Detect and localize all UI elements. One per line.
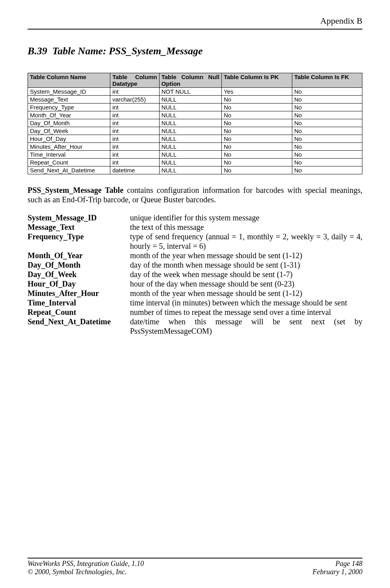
definition-term: Day_Of_Week <box>28 270 130 279</box>
table-row: Send_Next_At_DatetimedatetimeNULLNoNo <box>28 166 362 174</box>
table-cell: Hour_Of_Day <box>28 135 110 143</box>
definition-desc: unique identifier for this system messag… <box>130 213 362 222</box>
th-part: Null <box>208 74 219 80</box>
schema-table: Table Column Name TableColumn Datatype T… <box>28 73 362 174</box>
page-footer: WaveWorks PSS, Integration Guide, 1.10 P… <box>28 558 362 576</box>
table-cell: No <box>292 104 362 111</box>
definition-desc: the text of this message <box>130 222 362 232</box>
table-row: Repeat_CountintNULLNoNo <box>28 159 362 166</box>
table-cell: No <box>292 135 362 143</box>
table-cell: int <box>110 151 160 159</box>
table-cell: int <box>110 119 160 127</box>
table-cell: int <box>110 88 160 96</box>
definition-desc: number of times to repeat the message se… <box>130 307 362 317</box>
table-cell: No <box>292 88 362 96</box>
table-cell: datetime <box>110 166 160 174</box>
definition-term: System_Message_ID <box>28 213 130 222</box>
table-cell: NULL <box>159 143 221 151</box>
definition-term: Time_Interval <box>28 298 130 307</box>
definition-desc: date/time when this message will be sent… <box>130 317 362 336</box>
table-cell: No <box>221 111 292 119</box>
table-cell: Time_Interval <box>28 151 110 159</box>
section-title: B.39 Table Name: PSS_System_Message <box>28 45 362 57</box>
footer-left-1: WaveWorks PSS, Integration Guide, 1.10 <box>28 560 144 568</box>
table-cell: NULL <box>159 166 221 174</box>
table-row: Time_IntervalintNULLNoNo <box>28 151 362 159</box>
table-cell: No <box>221 166 292 174</box>
th-part: Datatype <box>112 80 157 87</box>
table-cell: Month_Of_Year <box>28 111 110 119</box>
table-cell: int <box>110 104 160 111</box>
th-part: Table <box>112 74 127 80</box>
table-cell: NULL <box>159 111 221 119</box>
definition-row: Hour_Of_Dayhour of the day when message … <box>28 279 362 288</box>
th-part: Column <box>181 74 203 80</box>
table-cell: No <box>292 119 362 127</box>
table-cell: int <box>110 159 160 166</box>
table-cell: No <box>292 159 362 166</box>
table-cell: No <box>292 143 362 151</box>
table-cell: Message_Text <box>28 96 110 104</box>
table-cell: Frequency_Type <box>28 104 110 111</box>
table-cell: No <box>292 151 362 159</box>
footer-right-1: Page 148 <box>336 560 362 568</box>
table-cell: Minutes_After_Hour <box>28 143 110 151</box>
section-number: B.39 <box>28 45 47 57</box>
table-cell: No <box>221 159 292 166</box>
table-cell: NULL <box>159 135 221 143</box>
definition-term: Minutes_After_Hour <box>28 288 130 298</box>
definition-desc: month of the year when message should be… <box>130 288 362 298</box>
table-cell: No <box>221 96 292 104</box>
table-cell: System_Message_ID <box>28 88 110 96</box>
footer-rule <box>28 558 362 558</box>
th-part: Option <box>162 80 219 87</box>
table-cell: NULL <box>159 159 221 166</box>
definition-term: Message_Text <box>28 222 130 232</box>
table-cell: No <box>292 96 362 104</box>
table-cell: int <box>110 127 160 135</box>
definition-row: Day_Of_Monthday of the month when messag… <box>28 260 362 270</box>
table-cell: No <box>292 127 362 135</box>
th-col-fk: Table Column Is FK <box>292 73 362 88</box>
table-cell: No <box>221 104 292 111</box>
table-cell: int <box>110 143 160 151</box>
table-row: Day_Of_WeekintNULLNoNo <box>28 127 362 135</box>
table-cell: No <box>292 166 362 174</box>
definition-desc: month of the year when message should be… <box>130 251 362 260</box>
definition-term: Hour_Of_Day <box>28 279 130 288</box>
definition-row: Repeat_Countnumber of times to repeat th… <box>28 307 362 317</box>
definition-row: Day_Of_Weekday of the week when message … <box>28 270 362 279</box>
table-row: Month_Of_YearintNULLNoNo <box>28 111 362 119</box>
th-col-datatype: TableColumn Datatype <box>110 73 160 88</box>
table-cell: int <box>110 135 160 143</box>
table-cell: NULL <box>159 119 221 127</box>
th-col-nullopt: TableColumnNull Option <box>159 73 221 88</box>
definition-row: Month_Of_Yearmonth of the year when mess… <box>28 251 362 260</box>
definitions-list: System_Message_IDunique identifier for t… <box>28 213 362 336</box>
table-cell: varchar(255) <box>110 96 160 104</box>
definition-term: Month_Of_Year <box>28 251 130 260</box>
table-row: Day_Of_MonthintNULLNoNo <box>28 119 362 127</box>
table-cell: Day_Of_Month <box>28 119 110 127</box>
table-cell: Day_Of_Week <box>28 127 110 135</box>
table-cell: No <box>221 151 292 159</box>
th-part: Table <box>162 74 176 80</box>
table-cell: No <box>221 143 292 151</box>
table-cell: No <box>221 127 292 135</box>
table-cell: Repeat_Count <box>28 159 110 166</box>
header-appendix: Appendix B <box>28 16 362 26</box>
definition-desc: time interval (in minutes) between which… <box>130 298 362 307</box>
definition-desc: day of the month when message should be … <box>130 260 362 270</box>
footer-left-2: © 2000, Symbol Technologies, Inc. <box>28 568 126 576</box>
table-cell: NULL <box>159 104 221 111</box>
definition-term: Send_Next_At_Datetime <box>28 317 130 336</box>
table-row: Frequency_TypeintNULLNoNo <box>28 104 362 111</box>
definition-row: Send_Next_At_Datetimedate/time when this… <box>28 317 362 336</box>
definition-row: Message_Textthe text of this message <box>28 222 362 232</box>
definition-desc: type of send frequency (annual = 1, mont… <box>130 232 362 251</box>
intro-bold: PSS_System_Message Table <box>28 186 123 194</box>
table-cell: No <box>221 135 292 143</box>
table-row: Message_Textvarchar(255)NULLNoNo <box>28 96 362 104</box>
table-cell: Send_Next_At_Datetime <box>28 166 110 174</box>
definition-desc: day of the week when message should be s… <box>130 270 362 279</box>
